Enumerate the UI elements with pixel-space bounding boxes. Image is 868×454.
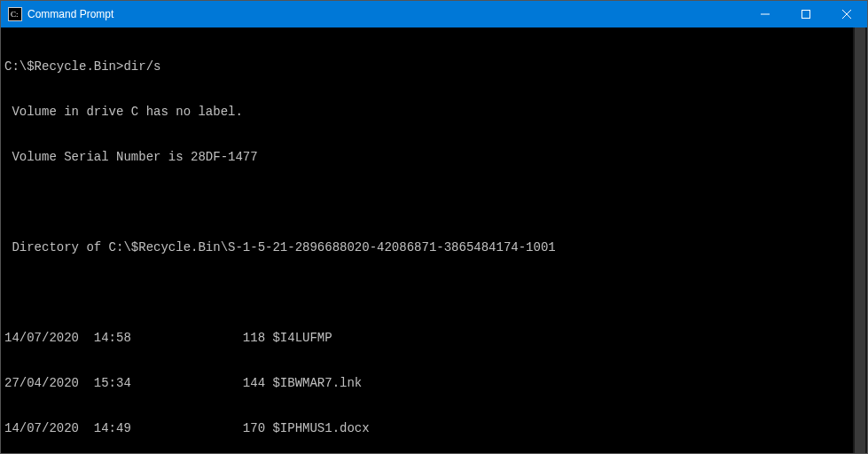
command-prompt-window: C: Command Prompt C:\$Recycle.Bin>dir/s … [0, 0, 868, 454]
vertical-scrollbar[interactable] [853, 27, 867, 453]
terminal-output[interactable]: C:\$Recycle.Bin>dir/s Volume in drive C … [1, 27, 867, 453]
close-icon [842, 10, 851, 19]
blank-line [4, 195, 864, 210]
close-button[interactable] [826, 1, 867, 27]
prompt-command: dir/s [123, 59, 160, 74]
window-title: Command Prompt [27, 8, 113, 20]
file-row: 14/07/2020 14:58 118 $I4LUFMP [4, 331, 864, 346]
svg-rect-4 [802, 11, 810, 19]
directory-header: Directory of C:\$Recycle.Bin\S-1-5-21-28… [4, 240, 864, 255]
scrollbar-thumb[interactable] [855, 27, 865, 453]
minimize-button[interactable] [745, 1, 786, 27]
minimize-icon [761, 10, 770, 19]
titlebar[interactable]: C: Command Prompt [1, 1, 867, 27]
maximize-icon [802, 10, 810, 19]
svg-text:C:: C: [11, 10, 19, 19]
cmd-icon: C: [8, 7, 22, 21]
prompt-line: C:\$Recycle.Bin>dir/s [4, 59, 864, 74]
file-row: 27/04/2020 15:34 144 $IBWMAR7.lnk [4, 376, 864, 391]
output-line: Volume in drive C has no label. [4, 105, 864, 120]
file-row: 14/07/2020 14:49 170 $IPHMUS1.docx [4, 421, 864, 436]
blank-line [4, 286, 864, 301]
output-line: Volume Serial Number is 28DF-1477 [4, 150, 864, 165]
maximize-button[interactable] [786, 1, 826, 27]
prompt-path: C:\$Recycle.Bin> [4, 59, 123, 74]
